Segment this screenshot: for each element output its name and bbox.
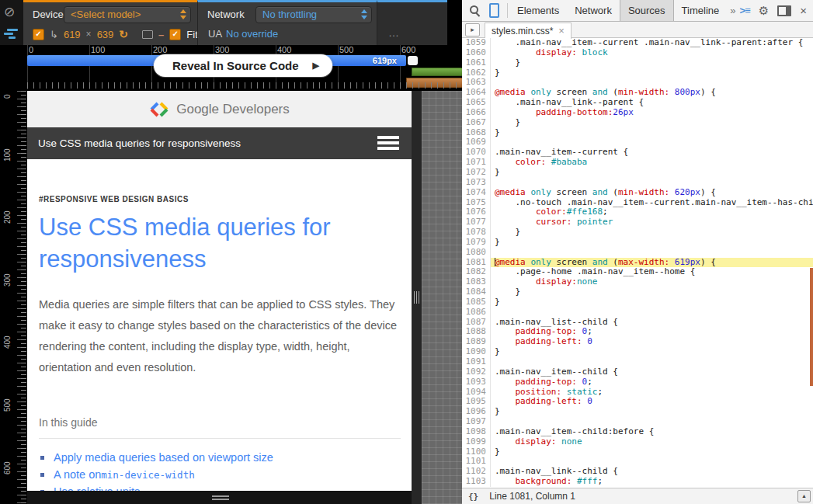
ruler-ticks xyxy=(27,82,462,89)
reveal-in-source-button[interactable]: Reveal In Source Code ▶ xyxy=(154,54,332,77)
ua-override-link[interactable]: No override xyxy=(226,28,278,40)
close-devtools-icon[interactable]: × xyxy=(800,4,807,17)
network-throttle-icon[interactable] xyxy=(4,29,19,40)
code-line[interactable]: 1074@media only screen and (min-width: 6… xyxy=(462,188,813,198)
fit-checkbox[interactable]: ✓ xyxy=(169,29,181,40)
width-value[interactable]: 619 xyxy=(64,29,81,40)
dimensions-checkbox[interactable]: ✓ xyxy=(33,29,44,40)
close-tab-icon[interactable]: × xyxy=(558,25,565,36)
code-line[interactable]: 1063 xyxy=(462,78,813,88)
code-line[interactable]: 1097 xyxy=(462,417,813,427)
more-tabs-icon[interactable]: » xyxy=(730,5,735,16)
file-tab-bar: ▸ styles.min.css* × xyxy=(462,22,813,38)
code-line[interactable]: 1084 } xyxy=(462,287,813,297)
kicker[interactable]: #RESPONSIVE WEB DESIGN BASICS xyxy=(39,195,400,203)
code-line[interactable]: 1073 xyxy=(462,178,813,188)
pretty-print-icon[interactable]: {} xyxy=(468,492,478,502)
tab-sources[interactable]: Sources xyxy=(620,0,674,21)
code-line[interactable]: 1072} xyxy=(462,168,813,178)
tab-elements[interactable]: Elements xyxy=(509,0,567,21)
code-line[interactable]: 1083 display:none xyxy=(462,277,813,287)
refresh-icon[interactable]: ↻ xyxy=(119,28,128,40)
code-line[interactable]: 1077 cursor: pointer xyxy=(462,217,813,228)
code-line[interactable]: 1076 color:#ffe168; xyxy=(462,207,813,217)
device-toolbar: Device <Select model> ✓ ↳ 619 × 639 ↻ – … xyxy=(23,0,446,45)
code-line[interactable]: 1068} xyxy=(462,128,813,138)
vertical-drag-handle[interactable] xyxy=(414,291,420,304)
guide-title: In this guide xyxy=(39,416,400,429)
code-line[interactable]: 1065 .main-nav__link--parent { xyxy=(462,98,813,108)
show-navigator-button[interactable]: ▸ xyxy=(465,23,480,36)
inspect-search-icon[interactable] xyxy=(469,5,481,16)
v-ruler-labels: 0100200300400500600 xyxy=(0,89,27,504)
code-line[interactable]: 1082 .page--home .main-nav__item--home { xyxy=(462,267,813,277)
v-ruler-label: 200 xyxy=(3,211,12,224)
mq-bar-min-620[interactable] xyxy=(412,68,463,76)
code-line[interactable]: 1090} xyxy=(462,347,813,357)
code-line[interactable]: 1103 background: #fff; xyxy=(462,477,813,487)
height-value[interactable]: 639 xyxy=(97,29,114,40)
code-line[interactable]: 1071 color: #bababa xyxy=(462,158,813,168)
nav-title: Use CSS media queries for responsiveness xyxy=(38,137,241,149)
google-developers-logo-icon[interactable] xyxy=(149,101,169,118)
code-line[interactable]: 1092.main-nav__item--child { xyxy=(462,367,813,377)
overflow-dots[interactable]: … xyxy=(388,26,400,39)
code-line[interactable]: 1062} xyxy=(462,68,813,78)
device-model-select[interactable]: <Select model> xyxy=(64,6,191,23)
code-line[interactable]: 1099 display: none xyxy=(462,437,813,447)
settings-gear-icon[interactable]: ⚙ xyxy=(759,4,769,18)
scroll-up-button[interactable]: ▲ xyxy=(797,490,811,502)
code-line[interactable]: 1060 display: block xyxy=(462,48,813,58)
code-line[interactable]: 1088 padding-top: 0; xyxy=(462,327,813,337)
device-mode-icon[interactable] xyxy=(489,3,499,18)
code-line[interactable]: 1079} xyxy=(462,238,813,248)
code-line[interactable]: 1087.main-nav__list--child { xyxy=(462,318,813,328)
code-line[interactable]: 1080 xyxy=(462,248,813,258)
code-line[interactable]: 1061 } xyxy=(462,58,813,68)
code-line[interactable]: 1101 xyxy=(462,457,813,467)
dock-side-icon[interactable] xyxy=(777,5,791,16)
v-ruler-label: 600 xyxy=(3,461,12,474)
horizontal-drag-handle[interactable] xyxy=(212,495,229,500)
code-line[interactable]: 1070.main-nav__item--current { xyxy=(462,148,813,158)
code-line[interactable]: 1095 padding-left: 0 xyxy=(462,397,813,407)
block-icon[interactable]: ⊘ xyxy=(4,4,15,20)
code-line[interactable]: 1093 padding-top: 0; xyxy=(462,377,813,388)
fit-label: Fit xyxy=(186,29,197,40)
network-throttling-select[interactable]: No throttling xyxy=(255,6,372,23)
file-tab[interactable]: styles.min.css* × xyxy=(485,23,572,39)
console-icon[interactable]: >≡ xyxy=(740,5,750,16)
code-line[interactable]: 1100} xyxy=(462,447,813,457)
swap-dimensions-icon[interactable]: ↳ xyxy=(50,29,58,40)
code-editor[interactable]: 1059 .main-nav__item--current .main-nav_… xyxy=(462,38,813,488)
line-number: 1091 xyxy=(462,357,491,367)
guide-link[interactable]: A note on min-device-width xyxy=(39,466,400,483)
code-line[interactable]: 1081@media only screen and (max-width: 6… xyxy=(462,258,813,268)
devtools-toolbar: ElementsNetworkSourcesTimeline » >≡ ⚙ × xyxy=(462,0,813,22)
ruler-drag-handle[interactable] xyxy=(408,56,418,65)
code-line[interactable]: 1069 xyxy=(462,137,813,148)
menu-icon[interactable] xyxy=(377,136,399,150)
guide-link[interactable]: Use relative units xyxy=(39,483,400,491)
code-line[interactable]: 1075 .no-touch .main-nav__item--current.… xyxy=(462,198,813,208)
code-line[interactable]: 1078 } xyxy=(462,228,813,238)
guide-link[interactable]: Apply media queries based on viewport si… xyxy=(39,449,400,466)
line-number: 1080 xyxy=(462,248,491,258)
code-line[interactable]: 1091 xyxy=(462,357,813,367)
code-line[interactable]: 1102.main-nav__link--child { xyxy=(462,467,813,477)
logo-text[interactable]: Google Developers xyxy=(176,102,290,117)
code-line[interactable]: 1085} xyxy=(462,297,813,308)
code-line[interactable]: 1086 xyxy=(462,308,813,318)
code-line[interactable]: 1066 padding-bottom:26px xyxy=(462,108,813,118)
line-number: 1073 xyxy=(462,178,491,188)
code-line[interactable]: 1089 padding-left: 0 xyxy=(462,337,813,347)
screen-size-icon[interactable] xyxy=(142,30,153,39)
code-line[interactable]: 1067 } xyxy=(462,118,813,128)
code-line[interactable]: 1064@media only screen and (min-width: 8… xyxy=(462,88,813,98)
code-line[interactable]: 1059 .main-nav__item--current .main-nav_… xyxy=(462,38,813,48)
tab-timeline[interactable]: Timeline xyxy=(674,0,728,21)
code-line[interactable]: 1094 position: static; xyxy=(462,388,813,398)
tab-network[interactable]: Network xyxy=(567,0,620,21)
code-line[interactable]: 1098.main-nav__item--child:before { xyxy=(462,427,813,437)
code-line[interactable]: 1096} xyxy=(462,407,813,417)
